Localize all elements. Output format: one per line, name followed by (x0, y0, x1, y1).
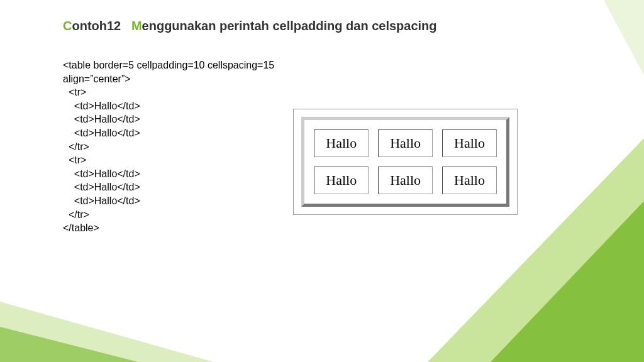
content-row: <table border=5 cellpadding=10 cellspaci… (63, 58, 581, 235)
rendered-preview: Hallo Hallo Hallo Hallo Hallo Hallo (293, 109, 518, 215)
code-line: <td>Hallo</td> (63, 182, 140, 192)
code-line: <td>Hallo</td> (63, 168, 140, 179)
table-cell: Hallo (442, 129, 497, 157)
code-line: </tr> (63, 209, 89, 220)
slide-title: Contoh12 Menggunakan perintah cellpaddin… (63, 19, 581, 33)
code-line: <tr> (63, 155, 86, 165)
title-accent-1: C (63, 19, 72, 33)
code-line: <td>Hallo</td> (63, 114, 140, 124)
table-row: Hallo Hallo Hallo (314, 129, 497, 157)
table-row: Hallo Hallo Hallo (314, 167, 497, 194)
code-line: </table> (63, 222, 99, 233)
title-text-2: enggunakan perintah cellpadding dan cels… (142, 19, 437, 33)
code-line: <table border=5 cellpadding=10 cellspaci… (63, 60, 274, 70)
table-cell: Hallo (314, 167, 369, 194)
svg-marker-3 (0, 327, 138, 362)
table-cell: Hallo (442, 167, 497, 194)
code-line: <td>Hallo</td> (63, 128, 140, 138)
example-table: Hallo Hallo Hallo Hallo Hallo Hallo (301, 117, 509, 207)
svg-marker-4 (604, 0, 644, 75)
code-line: </tr> (63, 141, 89, 152)
code-line: align=”center”> (63, 74, 131, 84)
title-text-1: ontoh12 (72, 19, 131, 33)
title-accent-2: M (131, 19, 142, 33)
code-line: <td>Hallo</td> (63, 101, 140, 111)
code-block: <table border=5 cellpadding=10 cellspaci… (63, 58, 274, 235)
table-cell: Hallo (378, 167, 433, 194)
table-cell: Hallo (314, 129, 369, 157)
code-line: <td>Hallo</td> (63, 195, 140, 206)
slide: Contoh12 Menggunakan perintah cellpaddin… (0, 0, 644, 362)
code-line: <tr> (63, 87, 86, 97)
table-cell: Hallo (378, 129, 433, 157)
svg-marker-2 (0, 302, 214, 362)
